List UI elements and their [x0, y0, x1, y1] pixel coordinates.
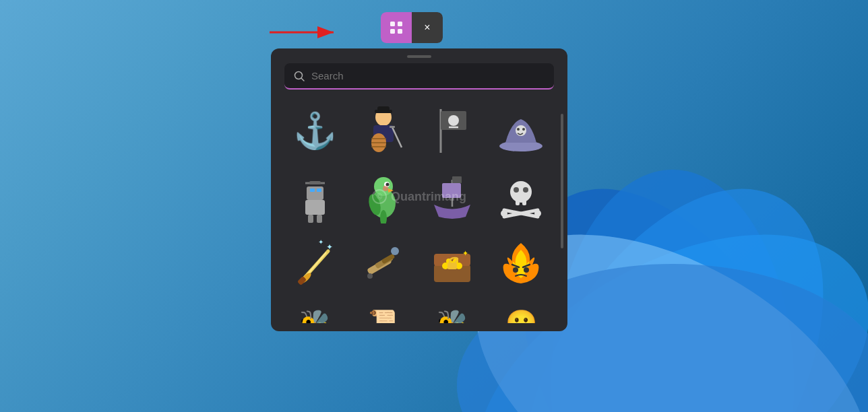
svg-line-15 — [302, 78, 305, 81]
drag-bar — [407, 55, 431, 58]
svg-point-28 — [448, 115, 459, 126]
svg-rect-11 — [398, 22, 402, 26]
emoji-picker-button[interactable] — [381, 12, 412, 43]
svg-rect-57 — [516, 199, 520, 205]
sticker-fire-face[interactable] — [491, 232, 551, 293]
svg-point-62 — [534, 210, 541, 217]
sticker-robot-pirate[interactable] — [284, 166, 345, 227]
svg-rect-10 — [390, 22, 395, 26]
sticker-skull-crossbones[interactable] — [491, 166, 551, 227]
svg-rect-36 — [307, 186, 323, 200]
sticker-grid: ⚓ — [271, 100, 567, 293]
svg-point-84 — [524, 267, 529, 273]
sticker-treasure-chest[interactable]: ✦ — [422, 232, 483, 293]
red-arrow — [263, 19, 350, 46]
sticker-grid-partial: 🐝 📜 🐝 😮 — [271, 293, 567, 323]
sticker-pirate-flag[interactable] — [422, 100, 483, 161]
sticker-scroll[interactable]: 📜 — [353, 293, 414, 323]
sticker-pirate-hat[interactable] — [491, 100, 551, 161]
sticker-anchor[interactable]: ⚓ — [284, 100, 345, 161]
svg-rect-25 — [390, 126, 395, 128]
svg-point-33 — [522, 128, 525, 131]
toolbar: × — [381, 12, 443, 43]
svg-point-45 — [374, 177, 393, 196]
desktop-background: × ⚓ — [0, 0, 868, 412]
svg-rect-81 — [447, 263, 457, 269]
sticker-surprised[interactable]: 😮 — [491, 293, 551, 323]
svg-rect-58 — [522, 199, 526, 205]
svg-rect-37 — [310, 188, 315, 192]
svg-rect-39 — [305, 200, 325, 215]
svg-point-83 — [513, 267, 518, 273]
sticker-bee2[interactable]: 🐝 — [422, 293, 483, 323]
svg-point-54 — [510, 181, 532, 203]
svg-text:✦: ✦ — [318, 238, 323, 246]
search-icon — [294, 71, 305, 81]
drag-handle[interactable] — [271, 48, 567, 63]
sticker-telescope[interactable] — [353, 232, 414, 293]
svg-rect-38 — [317, 188, 321, 192]
search-container — [284, 63, 554, 90]
sticker-parrot[interactable] — [353, 166, 414, 227]
close-button[interactable]: × — [412, 12, 443, 43]
svg-rect-12 — [390, 29, 395, 34]
sticker-pirate-person[interactable] — [353, 100, 414, 161]
svg-point-47 — [386, 183, 390, 186]
svg-rect-42 — [308, 215, 313, 223]
svg-rect-13 — [398, 29, 402, 34]
emoji-picker-panel: ⚓ — [271, 48, 567, 331]
sticker-bee[interactable]: 🐝 — [284, 293, 345, 323]
svg-rect-43 — [317, 215, 322, 223]
svg-rect-52 — [442, 183, 461, 198]
scrollbar[interactable] — [561, 114, 563, 248]
search-input[interactable] — [311, 70, 545, 81]
svg-point-73 — [367, 273, 373, 279]
svg-point-14 — [295, 71, 303, 79]
svg-point-32 — [517, 128, 520, 131]
svg-point-50 — [383, 186, 388, 191]
svg-point-61 — [501, 210, 507, 217]
svg-text:✦: ✦ — [462, 249, 468, 257]
svg-line-24 — [392, 127, 402, 147]
svg-rect-53 — [452, 176, 462, 183]
svg-rect-19 — [377, 106, 390, 111]
sticker-sword[interactable]: ✦ ✦ — [284, 232, 345, 293]
svg-point-72 — [391, 247, 399, 255]
close-icon: × — [424, 22, 430, 34]
sticker-pirate-ship[interactable] — [422, 166, 483, 227]
svg-rect-41 — [309, 181, 321, 184]
svg-point-55 — [514, 187, 519, 193]
svg-point-56 — [523, 187, 528, 193]
